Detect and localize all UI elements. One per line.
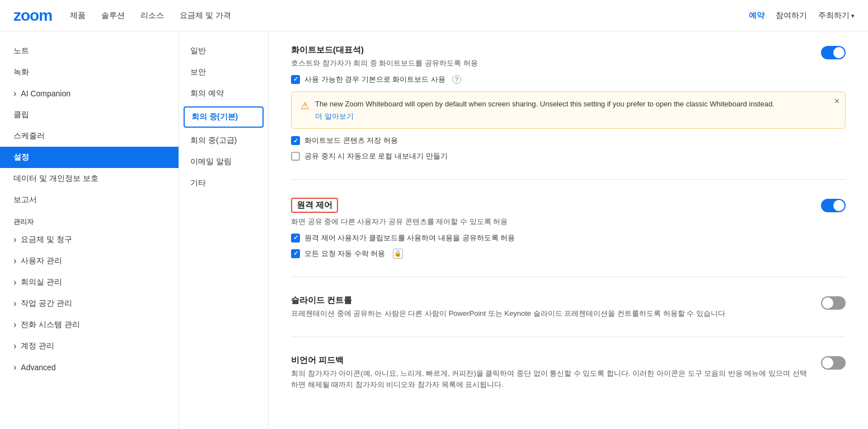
logo[interactable]: zoom [13,7,52,25]
whiteboard-row: 화이트보드(대표석) 호스트와 참가자가 회의 중 화이트보드를 공유하도록 허… [291,45,846,69]
whiteboard-check1-row: 사용 가능한 경우 기본으로 화이트보드 사용 ? [291,74,846,85]
nonverbal-toggle[interactable] [821,356,846,370]
secondary-nav: 일반 보안 회의 예약 회의 중(기본) 회의 중(고급) 이메일 알림 기타 [179,31,269,429]
nav-pricing[interactable]: 요금제 및 가격 [180,11,231,21]
whiteboard-check1-label: 사용 가능한 경우 기본으로 화이트보드 사용 [304,74,445,85]
whiteboard-toggle[interactable] [821,46,846,59]
alert-text: The new Zoom Whiteboard will open by def… [315,100,775,108]
nonverbal-section: 비언어 피드백 회의 참가자가 아이콘(예, 아니요, 느리게, 빠르게, 커피… [291,355,846,408]
sidebar-item-billing[interactable]: 요금제 및 청구 [0,229,179,250]
slide-control-toggle[interactable] [821,296,846,310]
alert-warning-icon: ⚠ [301,100,309,112]
sidebar-item-note[interactable]: 노트 [0,40,179,62]
slide-control-section: 슬라이드 컨트롤 프레젠테이션 중에 공유하는 사람은 다른 사람이 Power… [291,295,846,338]
sidebar-item-advanced[interactable]: Advanced [0,357,179,378]
sidebar-item-user-mgmt[interactable]: 사용자 관리 [0,250,179,272]
sec-nav-meeting-basic[interactable]: 회의 중(기본) [184,106,264,128]
sidebar-item-privacy[interactable]: 데이터 및 개인정보 보호 [0,168,179,189]
sidebar-item-workspace[interactable]: 작업 공간 관리 [0,293,179,314]
remote-control-info: 원격 제어 화면 공유 중에 다른 사용자가 공유 콘텐츠를 제어할 수 있도록… [291,198,812,227]
layout: 노트 녹화 AI Companion 클립 스케줄러 설정 데이터 및 개인정보… [0,31,868,429]
locked-icon: 🔒 [393,249,403,259]
sec-nav-email[interactable]: 이메일 알림 [179,151,268,172]
sidebar-item-record[interactable]: 녹화 [0,62,179,83]
remote-control-row: 원격 제어 화면 공유 중에 다른 사용자가 공유 콘텐츠를 제어할 수 있도록… [291,198,846,227]
main-content: 화이트보드(대표석) 호스트와 참가자가 회의 중 화이트보드를 공유하도록 허… [269,31,868,429]
whiteboard-section: 화이트보드(대표석) 호스트와 참가자가 회의 중 화이트보드를 공유하도록 허… [291,45,846,180]
alert-close-icon[interactable]: × [834,96,839,106]
nonverbal-row: 비언어 피드백 회의 참가자가 아이콘(예, 아니요, 느리게, 빠르게, 커피… [291,355,846,390]
slide-control-title: 슬라이드 컨트롤 [291,295,812,306]
sidebar: 노트 녹화 AI Companion 클립 스케줄러 설정 데이터 및 개인정보… [0,31,179,429]
remote-check1-label: 원격 제어 사용자가 클립보드를 사용하여 내용을 공유하도록 허용 [304,233,515,243]
whiteboard-check2-row: 화이트보드 콘텐츠 저장 허용 [291,136,846,146]
sec-nav-meeting-reserve[interactable]: 회의 예약 [179,83,268,104]
sidebar-item-phone[interactable]: 전화 시스템 관리 [0,314,179,335]
nav-solution[interactable]: 솔루션 [101,11,125,21]
sec-nav-security[interactable]: 보안 [179,62,268,83]
nav-reserve[interactable]: 예약 [749,11,764,21]
nav-join[interactable]: 참여하기 [776,11,807,21]
slide-control-desc: 프레젠테이션 중에 공유하는 사람은 다른 사람이 PowerPoint 또는 … [291,308,812,319]
nav-links: 제품 솔루션 리소스 요금제 및 가격 [70,11,749,21]
whiteboard-desc: 호스트와 참가자가 회의 중 화이트보드를 공유하도록 허용 [291,58,812,69]
nav-right: 예약 참여하기 주최하기 [749,11,855,21]
sec-nav-meeting-advanced[interactable]: 회의 중(고급) [179,130,268,151]
remote-control-toggle[interactable] [821,199,846,212]
sidebar-item-account[interactable]: 계정 관리 [0,335,179,357]
sidebar-item-room-mgmt[interactable]: 회의실 관리 [0,272,179,293]
remote-control-desc: 화면 공유 중에 다른 사용자가 공유 콘텐츠를 제어할 수 있도록 허용 [291,216,812,227]
slide-control-info: 슬라이드 컨트롤 프레젠테이션 중에 공유하는 사람은 다른 사람이 Power… [291,295,812,319]
sec-nav-general[interactable]: 일반 [179,40,268,62]
whiteboard-alert: ⚠ The new Zoom Whiteboard will open by d… [291,91,846,129]
nonverbal-desc: 회의 참가자가 아이콘(예, 아니요, 느리게, 빠르게, 커피잔)을 클릭하여… [291,368,812,390]
whiteboard-check2-label: 화이트보드 콘텐츠 저장 허용 [304,136,398,146]
sidebar-item-report[interactable]: 보고서 [0,189,179,211]
sidebar-item-ai-companion[interactable]: AI Companion [0,83,179,104]
whiteboard-title: 화이트보드(대표석) [291,45,812,55]
nav-host[interactable]: 주최하기 [818,11,855,21]
whiteboard-check3-box[interactable] [291,152,300,161]
alert-link[interactable]: 더 알아보기 [315,111,775,122]
sidebar-item-settings[interactable]: 설정 [0,147,179,168]
remote-control-title: 원격 제어 [291,198,812,213]
sec-nav-etc[interactable]: 기타 [179,172,268,194]
remote-check2-row: 모든 요청 자동 수락 허용 🔒 [291,249,846,259]
sidebar-item-clip[interactable]: 클립 [0,104,179,125]
nav-resources[interactable]: 리소스 [140,11,164,21]
top-nav: zoom 제품 솔루션 리소스 요금제 및 가격 예약 참여하기 주최하기 [0,0,868,31]
whiteboard-check2-box[interactable] [291,136,300,145]
nav-product[interactable]: 제품 [70,11,86,21]
remote-check2-box[interactable] [291,249,300,258]
whiteboard-check1-box[interactable] [291,75,300,84]
nonverbal-info: 비언어 피드백 회의 참가자가 아이콘(예, 아니요, 느리게, 빠르게, 커피… [291,355,812,390]
whiteboard-info: 화이트보드(대표석) 호스트와 참가자가 회의 중 화이트보드를 공유하도록 허… [291,45,812,69]
remote-check1-row: 원격 제어 사용자가 클립보드를 사용하여 내용을 공유하도록 허용 [291,233,846,243]
remote-check1-box[interactable] [291,234,300,243]
whiteboard-check3-label: 공유 중지 시 자동으로 로컬 내보내기 만들기 [304,151,448,161]
nonverbal-title: 비언어 피드백 [291,355,812,366]
sidebar-item-scheduler[interactable]: 스케줄러 [0,125,179,147]
info-icon[interactable]: ? [452,75,461,84]
alert-content: The new Zoom Whiteboard will open by def… [315,99,775,122]
whiteboard-check3-row: 공유 중지 시 자동으로 로컬 내보내기 만들기 [291,151,846,161]
remote-check2-label: 모든 요청 자동 수락 허용 [304,249,385,259]
remote-control-section: 원격 제어 화면 공유 중에 다른 사용자가 공유 콘텐츠를 제어할 수 있도록… [291,198,846,277]
slide-control-row: 슬라이드 컨트롤 프레젠테이션 중에 공유하는 사람은 다른 사람이 Power… [291,295,846,319]
admin-section-label: 관리자 [0,211,179,229]
